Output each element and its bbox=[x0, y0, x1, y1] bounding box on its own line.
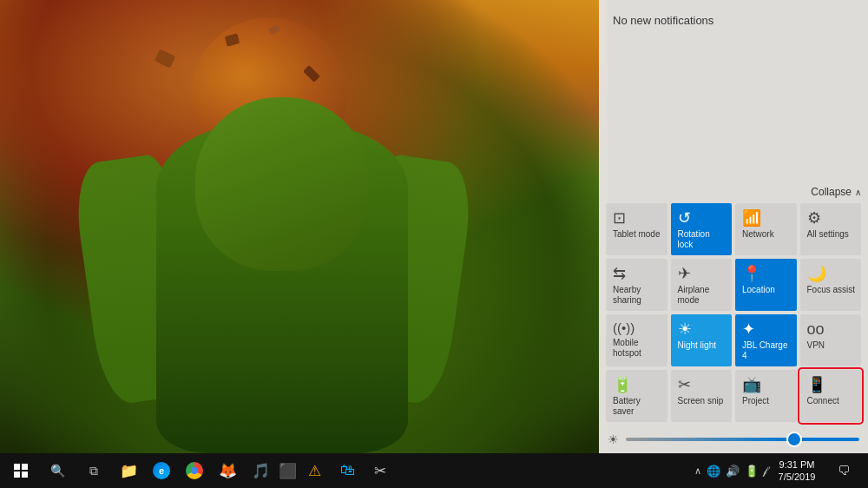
mobile-hotspot-label: Mobile hotspot bbox=[613, 338, 662, 359]
connect-tile[interactable]: 📱 Connect bbox=[800, 370, 862, 422]
airplane-mode-icon: ✈ bbox=[678, 266, 691, 281]
clock-time: 9:31 PM bbox=[779, 458, 815, 471]
all-settings-label: All settings bbox=[807, 229, 849, 240]
project-tile[interactable]: 📺 Project bbox=[735, 370, 797, 422]
battery-saver-label: Battery saver bbox=[613, 396, 662, 417]
nearby-sharing-label: Nearby sharing bbox=[613, 285, 662, 306]
connect-icon[interactable]: 𝒻 bbox=[764, 464, 767, 478]
vpn-tile[interactable]: oo VPN bbox=[800, 314, 862, 366]
focus-assist-label: Focus assist bbox=[807, 285, 856, 295]
firefox-icon[interactable]: 🦊 bbox=[212, 453, 243, 488]
notification-area: No new notifications bbox=[599, 0, 868, 182]
collapse-label: Collapse bbox=[811, 186, 852, 198]
taskbar: 🔍 ⧉ 📁 e 🦊 🎵 ⬛ ⚠ 🛍 ✂ ∧ 🌐 🔊 bbox=[0, 453, 868, 488]
action-center-panel: No new notifications Collapse ∧ ⊡ Tablet… bbox=[599, 0, 868, 453]
airplane-mode-label: Airplane mode bbox=[678, 285, 727, 306]
jbl-charge4-tile[interactable]: ✦ JBL Charge 4 bbox=[735, 314, 797, 366]
music-app-icon[interactable]: 🎵 bbox=[245, 453, 276, 488]
show-hidden-icons-button[interactable]: ∧ bbox=[694, 465, 701, 477]
desktop-wallpaper bbox=[0, 0, 608, 453]
connect-label: Connect bbox=[807, 396, 839, 406]
tablet-mode-tile[interactable]: ⊡ Tablet mode bbox=[606, 203, 667, 255]
taskbar-left: 🔍 ⧉ 📁 e 🦊 🎵 ⬛ ⚠ 🛍 ✂ bbox=[0, 453, 399, 488]
connect-icon2: 📱 bbox=[807, 377, 826, 392]
volume-icon[interactable]: 🔊 bbox=[726, 465, 740, 478]
search-button[interactable]: 🔍 bbox=[40, 453, 75, 488]
mobile-hotspot-tile[interactable]: ((•)) Mobile hotspot bbox=[606, 314, 667, 366]
rotation-lock-label: Rotation lock bbox=[678, 229, 727, 250]
location-icon: 📍 bbox=[742, 266, 761, 281]
vpn-label: VPN bbox=[807, 340, 825, 351]
store-icon[interactable]: 🛍 bbox=[332, 453, 363, 488]
brightness-row: ☀ bbox=[599, 429, 868, 453]
network-tile[interactable]: 📶 Network bbox=[735, 203, 797, 255]
all-settings-tile[interactable]: ⚙ All settings bbox=[800, 203, 862, 255]
network-icon[interactable]: 🌐 bbox=[707, 465, 720, 478]
windows-logo-icon bbox=[14, 464, 28, 478]
vpn-icon: oo bbox=[807, 321, 825, 337]
no-notifications-label: No new notifications bbox=[613, 14, 713, 27]
tablet-mode-label: Tablet mode bbox=[613, 229, 660, 240]
taskbar-right: ∧ 🌐 🔊 🔋 𝒻 9:31 PM 7/5/2019 🗨 bbox=[687, 453, 868, 488]
tablet-mode-icon: ⊡ bbox=[613, 210, 626, 226]
snipping-tool-icon[interactable]: ✂ bbox=[365, 453, 396, 488]
brightness-slider[interactable] bbox=[626, 438, 859, 441]
dark-app-icon[interactable]: ⬛ bbox=[278, 461, 297, 480]
edge-browser-icon[interactable]: e bbox=[146, 453, 177, 488]
chevron-up-icon: ∧ bbox=[855, 188, 861, 197]
collapse-row: Collapse ∧ bbox=[599, 182, 868, 203]
bluetooth-icon: ✦ bbox=[742, 321, 755, 337]
battery-icon[interactable]: 🔋 bbox=[745, 465, 759, 478]
airplane-mode-tile[interactable]: ✈ Airplane mode bbox=[671, 259, 733, 311]
night-light-icon: ☀ bbox=[678, 321, 692, 337]
task-view-button[interactable]: ⧉ bbox=[76, 453, 111, 488]
notification-center-button[interactable]: 🗨 bbox=[826, 453, 861, 488]
screen-snip-label: Screen snip bbox=[678, 396, 724, 406]
nearby-sharing-tile[interactable]: ⇆ Nearby sharing bbox=[606, 259, 667, 311]
focus-assist-icon: 🌙 bbox=[807, 266, 826, 281]
screen-snip-icon: ✂ bbox=[678, 377, 691, 392]
warning-app-icon[interactable]: ⚠ bbox=[299, 453, 330, 488]
brightness-thumb bbox=[788, 433, 800, 445]
location-tile[interactable]: 📍 Location bbox=[735, 259, 797, 311]
night-light-label: Night light bbox=[678, 340, 716, 351]
system-tray: ∧ 🌐 🔊 🔋 𝒻 bbox=[694, 464, 767, 478]
nearby-sharing-icon: ⇆ bbox=[613, 266, 626, 281]
network-label: Network bbox=[742, 229, 774, 240]
location-label: Location bbox=[742, 285, 775, 295]
night-light-tile[interactable]: ☀ Night light bbox=[671, 314, 733, 366]
battery-saver-tile[interactable]: 🔋 Battery saver bbox=[606, 370, 667, 422]
file-explorer-icon[interactable]: 📁 bbox=[113, 453, 144, 488]
clock[interactable]: 9:31 PM 7/5/2019 bbox=[771, 458, 823, 484]
mobile-hotspot-icon: ((•)) bbox=[613, 321, 635, 334]
screen-snip-tile[interactable]: ✂ Screen snip bbox=[671, 370, 733, 422]
jbl-charge4-label: JBL Charge 4 bbox=[742, 340, 792, 361]
focus-assist-tile[interactable]: 🌙 Focus assist bbox=[800, 259, 862, 311]
chrome-browser-icon[interactable] bbox=[179, 453, 210, 488]
quick-actions-grid: ⊡ Tablet mode ↺ Rotation lock 📶 Network … bbox=[599, 203, 868, 429]
project-label: Project bbox=[742, 396, 769, 406]
network-tile-icon: 📶 bbox=[742, 210, 761, 226]
start-button[interactable] bbox=[3, 453, 38, 488]
clock-date: 7/5/2019 bbox=[779, 471, 816, 483]
settings-icon: ⚙ bbox=[807, 210, 821, 226]
collapse-button[interactable]: Collapse ∧ bbox=[811, 186, 861, 198]
rotation-lock-icon: ↺ bbox=[678, 210, 691, 226]
brightness-icon: ☀ bbox=[608, 432, 619, 446]
battery-saver-icon: 🔋 bbox=[613, 377, 632, 392]
rotation-lock-tile[interactable]: ↺ Rotation lock bbox=[671, 203, 733, 255]
project-icon: 📺 bbox=[742, 377, 761, 392]
